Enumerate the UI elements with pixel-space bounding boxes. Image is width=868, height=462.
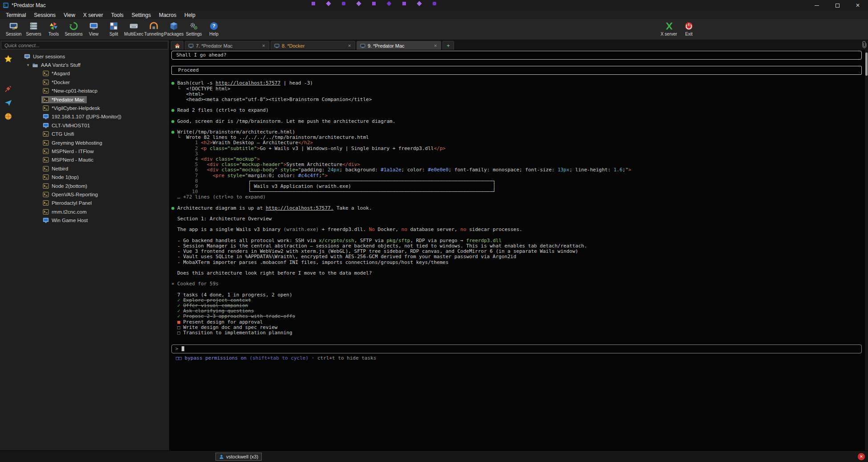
menu-x-server[interactable]: X server (79, 12, 107, 18)
toolbar-tools-button[interactable]: Tools (44, 20, 64, 40)
toolbar-button-label: Help (209, 32, 219, 36)
tab-close-icon[interactable]: ✕ (433, 44, 438, 48)
new-tab-button[interactable]: + (442, 41, 454, 50)
session-item-192-168-1-107-ups-monitor[interactable]: 192.168.1.107 ([UPS-Monitor]) (16, 113, 169, 121)
menu-settings[interactable]: Settings (128, 12, 155, 18)
rdp-icon (43, 122, 49, 129)
toolbar-button-label: Split (110, 32, 118, 36)
toolbar-button-label: Sessions (65, 32, 83, 36)
session-item-node-1-top[interactable]: Node 1(top) (16, 173, 169, 181)
proceed-option[interactable]: Proceed (171, 66, 862, 75)
terminal-line: Section 1: Architecture Overview (171, 216, 862, 222)
toolbar: SessionServersToolsSessionsViewSplitMult… (0, 19, 868, 40)
folder-icon (32, 62, 38, 68)
menu-macros[interactable]: Macros (155, 12, 180, 18)
session-item-mspnerd-mautic[interactable]: MSPNerd - Mautic (16, 156, 169, 164)
terminal-line: Does this architecture look right before… (171, 271, 862, 276)
tab-home[interactable] (171, 41, 183, 50)
toolbar-packages-button[interactable]: Packages (164, 20, 184, 40)
session-item-pterodactyl-panel[interactable]: Pterodactyl Panel (16, 199, 169, 207)
dock-star-icon[interactable] (3, 53, 14, 65)
session-item-new-cp01-heistacp[interactable]: *New-cp01-heistacp (16, 87, 169, 95)
toolbar-button-label: Packages (164, 32, 184, 36)
tab-8-docker[interactable]: 8. *Docker✕ (271, 41, 355, 50)
tree-item-label: Pterodactyl Panel (52, 200, 92, 206)
settings-icon (189, 21, 199, 31)
terminal-link[interactable]: http://localhost:57577. (266, 205, 333, 211)
menu-sessions[interactable]: Sessions (30, 12, 60, 18)
session-item-netbird[interactable]: Netbird (16, 164, 169, 173)
session-item-predator-mac[interactable]: *Predator Mac (16, 95, 169, 104)
quick-connect-input[interactable] (1, 41, 168, 49)
terminal-line: 3 (171, 151, 862, 157)
toolbar-tunneling-button[interactable]: Tunneling (144, 20, 164, 40)
toolbar-sessions-button[interactable]: Sessions (64, 20, 84, 40)
session-icon (9, 21, 18, 31)
home-icon (174, 43, 180, 49)
session-item-node-2-bottom[interactable]: Node 2(bottom) (16, 182, 169, 190)
tab-close-icon[interactable]: ✕ (261, 44, 266, 48)
prompt-input[interactable]: > (171, 344, 862, 353)
attachment-clip-icon[interactable] (862, 41, 868, 49)
prompt-caret: > (175, 346, 178, 352)
terminal-scrollback: ● Bash(curl -s http://localhost:57577 | … (171, 81, 862, 336)
session-item-clt-vmhost01[interactable]: CLT-VMHOST01 (16, 121, 169, 130)
terminal-scrollbar[interactable] (865, 50, 868, 450)
terminal-tab-icon (274, 43, 280, 49)
dock-plug-icon[interactable] (3, 83, 14, 94)
terminal-status-line: □□ bypass permissions on (shift+tab to c… (171, 356, 862, 361)
tree-item-label: OpenVAS-Reporting (52, 192, 98, 197)
toolbar-view-button[interactable]: View (84, 20, 104, 40)
terminal-line: ● Good, screen dir is /tmp/brainstorm. L… (171, 119, 862, 124)
session-item-docker[interactable]: *Docker (16, 78, 169, 86)
session-item-win-game-host[interactable]: Win Game Host (16, 216, 169, 224)
notification-close-button[interactable]: ✕ (858, 453, 865, 460)
tab-label: 7. *Predator Mac (196, 43, 259, 49)
term-icon (43, 97, 49, 103)
tab-9-predator-mac[interactable]: 9. *Predator Mac✕ (357, 41, 441, 50)
scrollbar-thumb[interactable] (865, 53, 868, 76)
terminal-line: ✓ Explore project context (171, 298, 862, 303)
session-item-greyming-webhosting[interactable]: Greyming Webhosting (16, 138, 169, 147)
session-item-openvas-reporting[interactable]: OpenVAS-Reporting (16, 190, 169, 199)
toolbar-multiexec-button[interactable]: MultiExec (124, 20, 144, 40)
statusbar: vstockwell (x3) ✕ (0, 450, 868, 462)
minimize-button[interactable] (807, 0, 827, 11)
tree-folder-aaa-vantz-s-stuff[interactable]: ▾AAA Vantz's Stuff (16, 61, 169, 69)
maximize-button[interactable] (827, 0, 848, 11)
toolbar-help-button[interactable]: ?Help (204, 20, 224, 40)
menu-terminal[interactable]: Terminal (2, 12, 30, 18)
toolbar-split-button[interactable]: Split (104, 20, 124, 40)
term-icon (43, 70, 49, 77)
close-button[interactable]: ✕ (848, 0, 868, 11)
user-session-chip[interactable]: vstockwell (x3) (215, 453, 262, 461)
tree-root-user-sessions[interactable]: User sessions (16, 52, 169, 61)
dock-globe-icon[interactable] (3, 110, 14, 122)
term-icon (43, 166, 49, 172)
terminal-line: 7 tasks (4 done, 1 in progress, 2 open) (171, 292, 862, 298)
terminal-link[interactable]: http://localhost:57577 (215, 80, 280, 86)
terminal-line: … +72 lines (ctrl+o to expand) (171, 195, 862, 200)
toolbar-session-button[interactable]: Session (4, 20, 24, 40)
tree-item-label: CLT-VMHOST01 (52, 123, 90, 128)
toolbar-servers-button[interactable]: Servers (24, 20, 44, 40)
view-icon (89, 21, 98, 31)
toolbar-button-label: Tools (49, 32, 59, 36)
terminal[interactable]: Shall I go ahead? Proceed ● Bash(curl -s… (170, 50, 868, 450)
session-item-ctg-unifi[interactable]: CTG Unifi (16, 130, 169, 138)
session-item-rmm-t2cnc-com[interactable]: rmm.t2cnc.com (16, 207, 169, 216)
session-item-asgard[interactable]: *Asgard (16, 69, 169, 78)
session-item-vigilcyber-helpdesk[interactable]: *VigilCyber-Helpdesk (16, 104, 169, 112)
toolbar-exit-button[interactable]: Exit (679, 20, 699, 36)
session-item-mspnerd-itflow[interactable]: MSPNerd - ITFlow (16, 147, 169, 155)
menu-help[interactable]: Help (180, 12, 199, 18)
xserver-icon (664, 21, 673, 31)
tab-7-predator-mac[interactable]: 7. *Predator Mac✕ (185, 41, 269, 50)
toolbar-settings-button[interactable]: Settings (184, 20, 204, 40)
toolbar-x-server-button[interactable]: X server (659, 20, 679, 36)
tab-close-icon[interactable]: ✕ (347, 44, 352, 48)
menu-tools[interactable]: Tools (107, 12, 128, 18)
dock-plane-icon[interactable] (3, 97, 14, 108)
terminal-line: □□ bypass permissions on (shift+tab to c… (176, 356, 862, 361)
menu-view[interactable]: View (60, 12, 79, 18)
